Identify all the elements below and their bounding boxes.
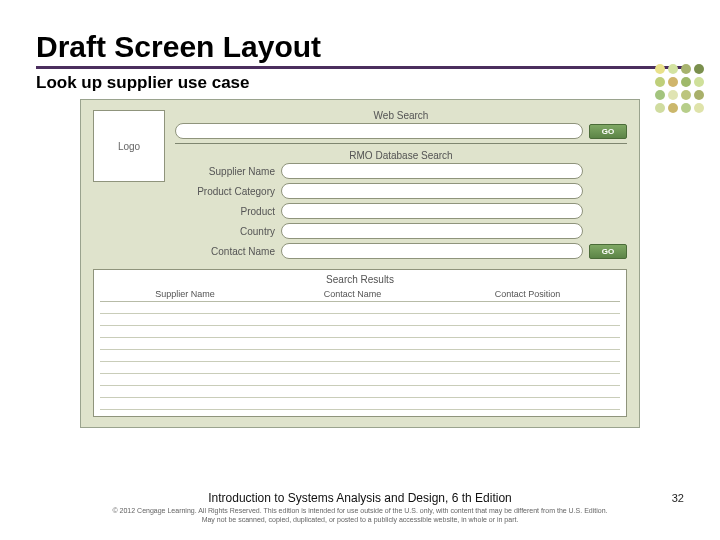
logo-placeholder: Logo xyxy=(93,110,165,182)
table-row xyxy=(100,338,620,350)
col-contact-name: Contact Name xyxy=(270,287,435,302)
table-row xyxy=(100,350,620,362)
divider xyxy=(175,143,627,144)
footer-copyright-2: May not be scanned, copied, duplicated, … xyxy=(0,516,720,524)
product-label: Product xyxy=(175,206,275,217)
footer-main-text: Introduction to Systems Analysis and Des… xyxy=(0,491,720,505)
contact-name-label: Contact Name xyxy=(175,246,275,257)
table-row xyxy=(100,314,620,326)
search-results-panel: Search Results Supplier Name Contact Nam… xyxy=(93,269,627,417)
col-supplier-name: Supplier Name xyxy=(100,287,270,302)
table-row xyxy=(100,326,620,338)
country-label: Country xyxy=(175,226,275,237)
slide-subtitle: Look up supplier use case xyxy=(36,73,684,93)
table-row xyxy=(100,362,620,374)
mockup-panel: Logo Web Search GO RMO Database Search S… xyxy=(80,99,640,428)
table-row xyxy=(100,398,620,410)
product-category-label: Product Category xyxy=(175,186,275,197)
col-contact-position: Contact Position xyxy=(435,287,620,302)
footer-copyright-1: © 2012 Cengage Learning. All Rights Rese… xyxy=(0,507,720,515)
table-row xyxy=(100,386,620,398)
search-results-table: Supplier Name Contact Name Contact Posit… xyxy=(100,287,620,410)
product-category-input[interactable] xyxy=(281,183,583,199)
search-results-title: Search Results xyxy=(100,274,620,285)
supplier-name-input[interactable] xyxy=(281,163,583,179)
contact-name-input[interactable] xyxy=(281,243,583,259)
country-input[interactable] xyxy=(281,223,583,239)
web-search-label: Web Search xyxy=(175,110,627,121)
decorative-dots xyxy=(655,64,704,113)
slide-title: Draft Screen Layout xyxy=(36,30,684,64)
rmo-search-label: RMO Database Search xyxy=(175,150,627,161)
title-underline xyxy=(36,66,684,69)
table-row xyxy=(100,302,620,314)
footer: Introduction to Systems Analysis and Des… xyxy=(0,491,720,524)
web-search-input[interactable] xyxy=(175,123,583,139)
rmo-go-button[interactable]: GO xyxy=(589,244,627,259)
product-input[interactable] xyxy=(281,203,583,219)
table-row xyxy=(100,374,620,386)
web-search-go-button[interactable]: GO xyxy=(589,124,627,139)
page-number: 32 xyxy=(672,492,684,504)
supplier-name-label: Supplier Name xyxy=(175,166,275,177)
